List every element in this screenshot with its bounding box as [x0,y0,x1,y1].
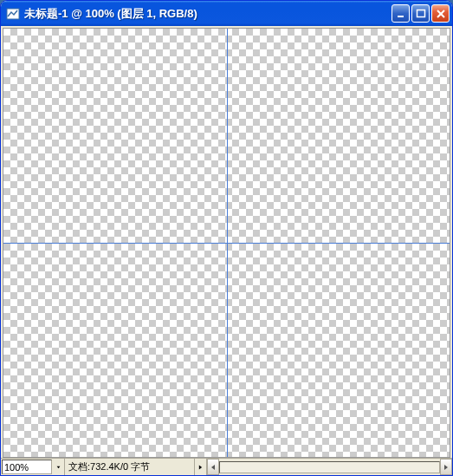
titlebar[interactable]: 未标题-1 @ 100% (图层 1, RGB/8) [1,1,452,26]
svg-marker-7 [211,465,215,470]
info-expand-button[interactable] [195,459,207,475]
close-button[interactable] [431,4,450,23]
zoom-field[interactable]: 100% [2,460,52,474]
svg-marker-8 [444,465,448,470]
document-info: 文档:732.4K/0 字节 [65,459,195,475]
svg-rect-2 [417,10,424,16]
window-controls [392,4,450,23]
window-title: 未标题-1 @ 100% (图层 1, RGB/8) [24,6,392,22]
svg-marker-6 [199,465,202,469]
expand-button[interactable] [53,459,65,475]
document-window: 未标题-1 @ 100% (图层 1, RGB/8) 100% 文档:732.4… [0,0,453,476]
statusbar: 100% 文档:732.4K/0 字节 [1,458,452,475]
horizontal-scrollbar[interactable] [207,459,452,475]
scroll-right-button[interactable] [440,459,452,475]
app-icon [6,7,20,21]
horizontal-guide[interactable] [3,243,450,244]
svg-rect-1 [398,16,404,17]
maximize-button[interactable] [411,4,430,23]
scroll-left-button[interactable] [207,459,219,475]
svg-marker-5 [57,466,61,468]
canvas[interactable] [3,28,450,458]
scroll-track[interactable] [219,461,440,473]
minimize-button[interactable] [392,4,410,23]
